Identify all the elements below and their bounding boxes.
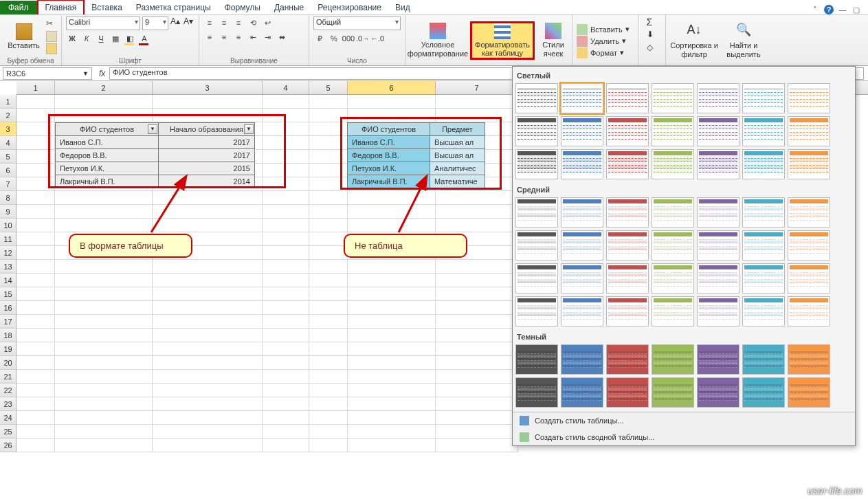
conditional-formatting-button[interactable]: Условное форматирование <box>405 21 470 60</box>
bold-button[interactable]: Ж <box>66 32 78 45</box>
align-middle-icon[interactable]: ≡ <box>218 16 230 29</box>
wrap-text-icon[interactable]: ↩ <box>261 16 274 29</box>
align-right-icon[interactable]: ≡ <box>232 31 245 43</box>
insert-cells-button[interactable]: Вставить▾ <box>577 24 630 35</box>
table-style-swatch[interactable] <box>652 116 694 146</box>
row-header[interactable]: 24 <box>0 411 16 425</box>
table-style-swatch[interactable] <box>742 197 785 228</box>
fill-icon[interactable]: ⬇ <box>647 30 658 41</box>
row-header[interactable]: 16 <box>0 301 16 315</box>
row-header[interactable]: 19 <box>0 342 16 356</box>
new-pivot-style-item[interactable]: Создать стиль сводной таблицы... <box>513 429 855 445</box>
tab-formulas[interactable]: Формулы <box>218 1 267 14</box>
tab-review[interactable]: Рецензирование <box>311 1 388 14</box>
row-header[interactable]: 3 <box>0 122 16 136</box>
table-style-swatch[interactable] <box>561 377 603 408</box>
table-style-swatch[interactable] <box>788 83 830 113</box>
row-header[interactable]: 9 <box>0 205 16 219</box>
table-style-swatch[interactable] <box>515 263 558 293</box>
align-center-icon[interactable]: ≡ <box>218 31 230 43</box>
table-style-swatch[interactable] <box>561 344 603 375</box>
table-cell[interactable]: 2017 <box>159 149 255 162</box>
table-header[interactable]: Предмет <box>430 123 485 136</box>
tab-view[interactable]: Вид <box>388 1 417 14</box>
copy-icon[interactable] <box>46 31 57 42</box>
font-color-button[interactable]: A <box>138 32 151 45</box>
delete-cells-button[interactable]: Удалить▾ <box>577 36 630 47</box>
row-header[interactable]: 25 <box>0 425 16 439</box>
column-header[interactable]: 2 <box>55 81 153 94</box>
tab-file[interactable]: Файл <box>0 1 37 14</box>
table-style-swatch[interactable] <box>606 230 649 260</box>
decrease-indent-icon[interactable]: ⇤ <box>247 31 259 43</box>
percent-icon[interactable]: % <box>328 32 340 45</box>
name-box[interactable]: R3C6▼ <box>3 67 92 80</box>
decrease-decimal-icon[interactable]: ←.0 <box>371 32 383 45</box>
table-style-swatch[interactable] <box>652 344 694 375</box>
table-style-swatch[interactable] <box>515 149 558 179</box>
table-cell[interactable]: Федоров В.В. <box>56 149 159 162</box>
column-header[interactable]: 1 <box>16 81 55 94</box>
row-header[interactable]: 21 <box>0 370 16 384</box>
table-style-swatch[interactable] <box>606 197 649 228</box>
orientation-icon[interactable]: ⟲ <box>247 16 259 29</box>
table-style-swatch[interactable] <box>742 149 785 179</box>
row-header[interactable]: 18 <box>0 329 16 342</box>
table-style-swatch[interactable] <box>652 230 694 260</box>
column-header[interactable]: 5 <box>309 81 348 94</box>
row-header[interactable]: 4 <box>0 136 16 150</box>
table-cell[interactable]: 2017 <box>159 136 255 149</box>
column-header[interactable]: 7 <box>436 81 518 94</box>
merge-center-icon[interactable]: ⬌ <box>276 31 288 43</box>
table-style-swatch[interactable] <box>697 116 739 146</box>
paste-button[interactable]: Вставить <box>4 17 43 56</box>
table-header[interactable]: ФИО студентов▼ <box>56 123 159 136</box>
tab-insert[interactable]: Вставка <box>85 1 129 14</box>
table-style-swatch[interactable] <box>697 197 739 228</box>
table-style-swatch[interactable] <box>742 344 785 375</box>
increase-decimal-icon[interactable]: .0→ <box>357 32 369 45</box>
table-style-swatch[interactable] <box>652 263 694 293</box>
table-style-swatch[interactable] <box>742 377 785 408</box>
row-header[interactable]: 10 <box>0 219 16 232</box>
table-header[interactable]: ФИО студентов <box>348 123 430 136</box>
table-style-swatch[interactable] <box>697 263 739 293</box>
table-style-swatch[interactable] <box>742 263 785 293</box>
table-style-swatch[interactable] <box>561 296 603 326</box>
table-style-swatch[interactable] <box>652 149 694 179</box>
table-style-swatch[interactable] <box>515 377 558 408</box>
table-style-swatch[interactable] <box>561 263 603 293</box>
clear-icon[interactable]: ◇ <box>647 43 658 54</box>
tab-home[interactable]: Главная <box>37 0 85 14</box>
window-minimize-icon[interactable]: — <box>838 5 847 14</box>
row-header[interactable]: 1 <box>0 95 16 109</box>
grow-font-icon[interactable]: A▴ <box>170 16 181 27</box>
table-cell[interactable]: Лакричный В.П. <box>348 175 430 188</box>
table-cell[interactable]: 2015 <box>159 162 255 175</box>
table-style-swatch[interactable] <box>742 116 785 146</box>
table-style-swatch[interactable] <box>652 197 694 228</box>
row-header[interactable]: 8 <box>0 191 16 205</box>
font-name-select[interactable]: Calibri <box>66 16 140 30</box>
align-left-icon[interactable]: ≡ <box>203 31 216 43</box>
number-format-select[interactable]: Общий <box>313 16 401 30</box>
table-cell[interactable]: Высшая ал <box>430 149 485 162</box>
tab-data[interactable]: Данные <box>267 1 311 14</box>
column-header[interactable]: 3 <box>153 81 263 94</box>
table-style-swatch[interactable] <box>606 83 649 113</box>
table-style-swatch[interactable] <box>788 149 830 179</box>
table-style-swatch[interactable] <box>697 344 739 375</box>
row-header[interactable]: 11 <box>0 232 16 246</box>
column-header[interactable]: 4 <box>263 81 309 94</box>
row-header[interactable]: 6 <box>0 164 16 177</box>
table-cell[interactable]: Аналитичес <box>430 162 485 175</box>
table-style-swatch[interactable] <box>606 149 649 179</box>
format-cells-button[interactable]: Формат▾ <box>577 47 630 58</box>
table-style-swatch[interactable] <box>561 230 603 260</box>
table-style-swatch[interactable] <box>515 344 558 375</box>
table-style-swatch[interactable] <box>697 296 739 326</box>
table-style-swatch[interactable] <box>697 230 739 260</box>
font-size-select[interactable]: 9 <box>142 16 168 30</box>
row-header[interactable]: 13 <box>0 260 16 274</box>
table-cell[interactable]: Лакричный В.П. <box>56 175 159 188</box>
